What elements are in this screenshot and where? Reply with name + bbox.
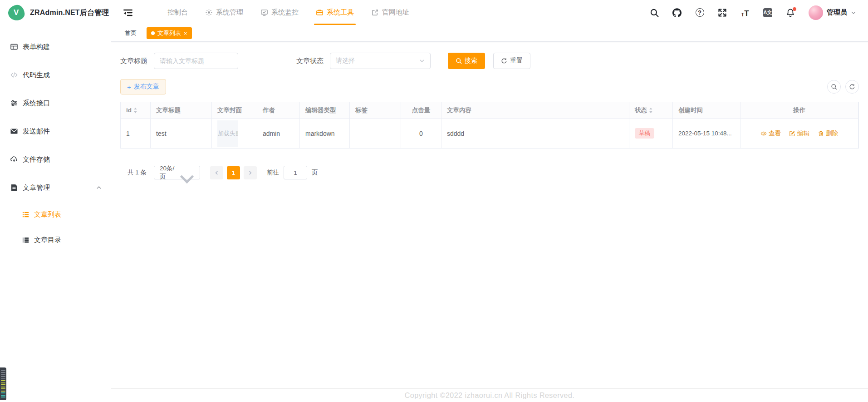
reset-button-label: 重置 xyxy=(510,57,523,65)
cell-clicks: 0 xyxy=(401,119,441,149)
view-button[interactable]: 查看 xyxy=(760,129,781,138)
tags-bar: 首页 文章列表 × xyxy=(111,25,868,42)
tab-label: 系统管理 xyxy=(216,8,243,17)
sidebar-subitem-label: 文章目录 xyxy=(34,236,61,244)
col-header-status[interactable]: 状态 xyxy=(629,102,673,119)
bell-icon[interactable] xyxy=(786,8,795,17)
page-footer: Copyright ©2022 izhaorui.cn All Rights R… xyxy=(111,388,868,402)
goto-label: 前往 xyxy=(267,169,279,177)
tree-list-icon xyxy=(22,236,29,244)
delete-button[interactable]: 删除 xyxy=(818,129,838,138)
col-header-title: 文章标题 xyxy=(151,102,212,119)
app-root: V ZRAdmin.NET后台管理 表单构建 代码生成 系统 xyxy=(0,0,868,402)
reset-button[interactable]: 重置 xyxy=(493,53,530,69)
cell-cover: 加载失败 xyxy=(212,119,257,149)
sidebar-collapse-icon[interactable] xyxy=(123,8,133,18)
sidebar-item-label: 文件存储 xyxy=(23,155,50,164)
edit-button[interactable]: 编辑 xyxy=(789,129,809,138)
tag-close-icon[interactable]: × xyxy=(184,30,187,36)
page-number-button[interactable]: 1 xyxy=(227,166,240,179)
chevron-down-icon xyxy=(851,10,856,15)
col-header-content: 文章内容 xyxy=(441,102,629,119)
logo-letter: V xyxy=(14,8,19,17)
document-icon xyxy=(10,184,18,192)
sort-icon[interactable] xyxy=(649,107,654,114)
cell-actions: 查看 编辑 删除 xyxy=(740,119,858,149)
tab-label: 官网地址 xyxy=(382,8,409,17)
sidebar-subitem-article-list[interactable]: 文章列表 xyxy=(0,202,111,227)
chevron-up-icon xyxy=(96,185,102,190)
article-title-input[interactable] xyxy=(154,53,238,69)
sidebar-item-send-mail[interactable]: 发送邮件 xyxy=(0,117,111,145)
username: 管理员 xyxy=(827,8,847,17)
publish-button-label: 发布文章 xyxy=(134,83,159,91)
tag-home[interactable]: 首页 xyxy=(120,27,141,39)
list-icon xyxy=(22,211,29,218)
tab-console[interactable]: 控制台 xyxy=(161,0,194,25)
sidebar-item-article-management[interactable]: 文章管理 xyxy=(0,174,111,202)
article-status-select[interactable]: 请选择 xyxy=(330,53,431,69)
tab-label: 控制台 xyxy=(167,8,188,17)
fullscreen-icon[interactable] xyxy=(718,8,727,17)
sidebar-subitem-label: 文章列表 xyxy=(34,210,61,219)
cell-author: admin xyxy=(257,119,300,149)
help-icon[interactable]: ? xyxy=(695,8,704,17)
search-icon[interactable] xyxy=(650,8,659,17)
pagination-total: 共 1 条 xyxy=(128,169,147,177)
logo-row[interactable]: V ZRAdmin.NET后台管理 xyxy=(0,0,111,25)
tab-system-monitor[interactable]: 系统监控 xyxy=(254,0,305,25)
cell-editor-type: markdown xyxy=(300,119,350,149)
tab-official-site[interactable]: 官网地址 xyxy=(365,0,416,25)
page-unit-label: 页 xyxy=(312,169,318,177)
user-menu[interactable]: 管理员 xyxy=(809,5,856,20)
page-size-select[interactable]: 20条/页 xyxy=(154,166,200,179)
search-button[interactable]: 搜索 xyxy=(448,53,485,69)
notification-badge xyxy=(793,7,796,11)
sidebar-menu: 表单构建 代码生成 系统接口 发送邮件 xyxy=(0,25,111,253)
sidebar-subitem-article-catalog[interactable]: 文章目录 xyxy=(0,227,111,253)
trash-icon xyxy=(818,130,824,137)
cell-tag xyxy=(350,119,401,149)
font-size-icon[interactable]: TT xyxy=(740,8,750,17)
sidebar-item-system-api[interactable]: 系统接口 xyxy=(0,89,111,117)
tab-system-tools[interactable]: 系统工具 xyxy=(309,0,360,25)
next-page-button[interactable] xyxy=(244,166,257,179)
show-search-toggle-button[interactable] xyxy=(827,80,841,94)
col-header-cover: 文章封面 xyxy=(212,102,257,119)
page-content: 文章标题 文章状态 请选择 搜索 xyxy=(111,42,868,388)
sidebar-item-form-builder[interactable]: 表单构建 xyxy=(0,33,111,61)
publish-article-button[interactable]: + 发布文章 xyxy=(120,79,166,94)
article-table: id 文章标题 文章封面 作者 编辑器类型 标签 点击量 文章内容 状态 xyxy=(120,102,859,149)
cell-title: test xyxy=(151,119,212,149)
tag-article-list[interactable]: 文章列表 × xyxy=(147,27,192,39)
app-logo: V xyxy=(7,4,25,21)
sort-icon[interactable] xyxy=(133,107,138,114)
eye-icon xyxy=(760,130,767,137)
pagination-jumper: 前往 页 xyxy=(267,166,318,179)
cell-created-at: 2022-05-15 10:48... xyxy=(673,119,740,149)
sidebar-item-file-storage[interactable]: 文件存储 xyxy=(0,145,111,174)
cloud-upload-icon xyxy=(10,155,18,164)
goto-page-input[interactable] xyxy=(284,166,307,179)
refresh-table-button[interactable] xyxy=(845,80,859,94)
toolbox-icon xyxy=(316,9,324,16)
col-header-created-at: 创建时间 xyxy=(673,102,740,119)
dev-tools-widget[interactable] xyxy=(0,367,6,400)
tab-system-management[interactable]: 系统管理 xyxy=(199,0,250,25)
monitor-icon xyxy=(260,9,268,16)
gear-icon xyxy=(205,9,213,16)
avatar xyxy=(809,5,823,20)
app-title: ZRAdmin.NET后台管理 xyxy=(30,8,109,18)
sliders-icon xyxy=(10,99,18,107)
col-header-id[interactable]: id xyxy=(121,102,151,119)
search-icon xyxy=(456,58,462,64)
article-status-label: 文章状态 xyxy=(296,57,324,65)
prev-page-button[interactable] xyxy=(210,166,223,179)
sidebar-item-code-gen[interactable]: 代码生成 xyxy=(0,61,111,89)
tab-label: 系统工具 xyxy=(327,8,354,17)
translate-icon[interactable]: A文 xyxy=(763,8,772,17)
github-icon[interactable] xyxy=(672,8,682,17)
refresh-icon xyxy=(501,58,507,64)
cell-status: 草稿 xyxy=(629,119,673,149)
sidebar-item-label: 系统接口 xyxy=(23,99,50,108)
